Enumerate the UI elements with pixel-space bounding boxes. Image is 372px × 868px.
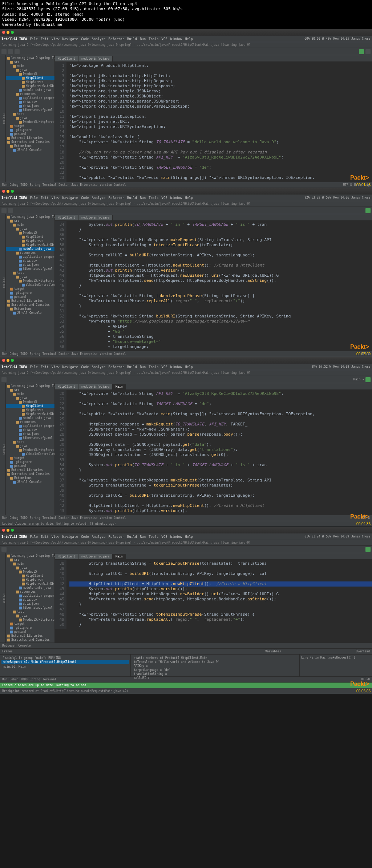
debug-tab-console[interactable]: Console [19,644,31,647]
sidebar-item[interactable]: HttpServer [6,80,54,84]
tab-httpclient[interactable]: HttpClient [55,56,78,61]
sidebar-item[interactable]: Scratches and Consoles [6,140,54,144]
status-message: Loaded classes are up to date. Nothing t… [2,522,116,525]
sidebar-item[interactable]: JShell Console [6,148,54,152]
stack-frame[interactable]: main:26, Main [1,665,129,669]
sidebar-item[interactable]: module-info.java [6,88,54,92]
sidebar-item[interactable]: HttpServerWithDb [6,84,54,88]
code-editor[interactable]: 2021222324252627282930313233343536373839… [55,390,372,515]
menu-window[interactable]: Window [170,37,182,41]
sidebar-item[interactable]: Product5 [6,72,54,76]
sidebar-item[interactable]: pom.xml [6,132,54,136]
screenshot-4: IntelliJ IDEA FileEditViewNavigateCodeAn… [0,527,372,694]
sidebar-item[interactable]: target [6,124,54,128]
status-run[interactable]: Run [2,183,7,187]
file-metadata: File: Accessing a Public Google API Usin… [0,0,372,29]
variables-panel[interactable]: static members of Product5.HttpClient.Ma… [131,655,299,676]
project-sidebar[interactable]: learning-java-9-spring [learning-java-9]… [6,553,55,643]
debug-icon[interactable] [365,49,371,54]
menu-help[interactable]: Help [185,37,193,41]
sidebar-item[interactable]: .gitignore [6,128,54,132]
debug-panel[interactable]: DebuggerConsole FramesVariablesOverhead … [0,643,372,676]
status-vcs[interactable]: Version Control [100,183,126,187]
menu-analyze[interactable]: Analyze [92,37,106,41]
menu-refactor[interactable]: Refactor [109,37,124,41]
variables-label: Variables [265,650,281,653]
code-editor[interactable]: 38394041424344454647484950 String transl… [55,560,372,629]
overhead-label: Overhead [356,650,370,653]
status-spring[interactable]: Spring [30,183,40,187]
sidebar-item[interactable]: test [6,112,54,116]
screenshot-3: IntelliJ IDEA FileEditViewNavigateCodeAn… [0,357,372,527]
line-gutter: 1234567891011121314151617181920212223 [55,62,66,182]
save-icon[interactable] [1,49,7,54]
overhead-panel: Line 42 in Main.makeRequest() 1 [299,655,372,676]
status-docker[interactable]: Docker [58,183,69,187]
wifi-status: 60% 80.60 W [304,37,324,40]
packt-logo: Packt> [350,175,369,181]
frames-panel[interactable]: "main"@1 in group "main": RUNNING makeRe… [0,655,131,676]
project-sidebar[interactable]: learning-java-9-spring [learning-java-9]… [6,55,55,182]
frames-label: Frames [2,650,13,653]
sidebar-item[interactable]: hibernate.cfg.xml [6,108,54,112]
status-terminal[interactable]: Terminal [43,183,57,187]
code-editor[interactable]: 1234567891011121314151617181920212223 "k… [55,62,372,182]
app-name: IntelliJ IDEA [1,37,27,41]
tab-module-info[interactable]: module-info.java [78,56,113,61]
sidebar-item[interactable]: main [6,64,54,68]
sidebar-item[interactable]: External Libraries [6,136,54,140]
thread-name[interactable]: "main"@1 in group "main": RUNNING [1,656,129,660]
menu-vcs[interactable]: VCS [161,37,167,41]
minimize-window-icon[interactable] [7,31,9,34]
sidebar-item[interactable]: data.csv [6,100,54,104]
sidebar-item[interactable]: src [6,60,54,64]
sidebar-item[interactable]: application.properties [6,96,54,100]
status-javaee[interactable]: Java Enterprise [71,183,97,187]
menu-tools[interactable]: Tools [149,37,158,41]
menu-navigate[interactable]: Navigate [62,37,78,41]
code-editor[interactable]: 3435363738394041424344454647484950515253… [55,221,372,351]
stack-frame[interactable]: makeRequest:42, Main (Product5.HttpClien… [1,660,129,664]
menubar: IntelliJ IDEA File Edit View Navigate Co… [0,36,372,42]
project-sidebar[interactable]: learning-java-9-spring [learning-java-9]… [6,383,55,515]
menu-run[interactable]: Run [140,37,146,41]
editor-tabs: HttpClient module-info.java [55,55,372,62]
run-config[interactable]: Main ▾ [353,378,364,381]
menu-view[interactable]: View [52,37,60,41]
sidebar-item[interactable]: resources [6,92,54,96]
user-name: James Cross [351,37,371,40]
close-window-icon[interactable] [2,31,5,34]
project-sidebar[interactable]: learning-java-9-spring [learning-java-9]… [6,214,55,351]
statusbar: Run Debug TODO Spring Terminal Docker Ja… [0,182,372,188]
menu-build[interactable]: Build [127,37,137,41]
toolbar [0,48,372,55]
sidebar-item[interactable]: java [6,116,54,120]
maximize-window-icon[interactable] [11,31,14,34]
status-debug[interactable]: Debug [9,183,18,187]
undo-icon[interactable] [8,49,13,54]
menu-file[interactable]: File [30,37,38,41]
menu-code[interactable]: Code [81,37,89,41]
sidebar-root[interactable]: learning-java-9-spring [learning-java-9] [6,56,54,60]
sidebar-item[interactable]: data.json [6,104,54,108]
screenshot-2: IntelliJ IDEA FileEditViewNavigateCodeAn… [0,188,372,357]
video-timestamp: 00:01:45 [356,183,371,187]
left-tool-gutter[interactable]: Project [0,55,6,182]
sidebar-item[interactable]: Product5.HttpServer.Controllers [6,120,54,124]
debug-tab-debugger[interactable]: Debugger [2,644,16,647]
breadcrumb[interactable]: learning-java-9 [~/Developer/packt/learn… [0,42,372,48]
clock: Mon 14:05 [333,37,349,40]
redo-icon[interactable] [15,49,20,54]
status-todo[interactable]: TODO [21,183,28,187]
run-icon[interactable] [359,49,364,54]
code-lines[interactable]: "kw">package Product5.HttpClient;"kw">im… [66,62,372,182]
menu-edit[interactable]: Edit [41,37,49,41]
sidebar-item[interactable]: Extensions [6,144,54,148]
sidebar-item[interactable]: java [6,68,54,72]
battery-status: 48% [326,37,331,40]
screenshot-1: IntelliJ IDEA File Edit View Navigate Co… [0,29,372,188]
sidebar-item-httpclient[interactable]: HttpClient [6,76,54,80]
macos-titlebar [0,29,372,36]
